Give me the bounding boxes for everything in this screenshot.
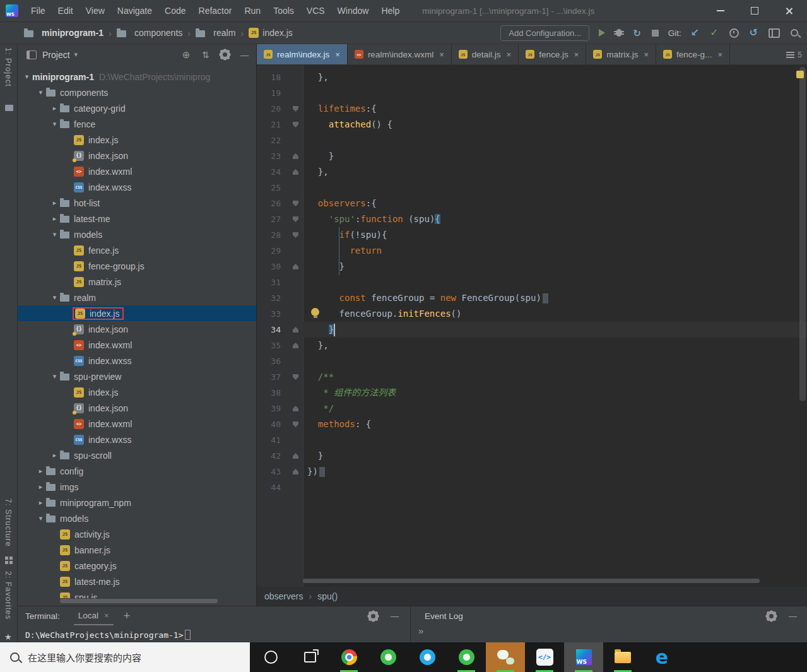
collapse-all-button[interactable]	[202, 50, 209, 60]
tree-item-index.wxml[interactable]: <>index.wxml	[18, 163, 256, 179]
tree-item-config[interactable]: ▸config	[18, 463, 256, 479]
taskbar-task-view[interactable]	[290, 642, 329, 672]
taskbar-app-blue[interactable]	[408, 642, 447, 672]
tab-detail.js[interactable]: JSdetail.js×	[452, 44, 519, 64]
tree-item-index.js[interactable]: JSindex.js	[18, 305, 256, 321]
editor-vscrollbar[interactable]	[799, 67, 806, 401]
menu-refactor[interactable]: Refactor	[192, 0, 239, 22]
code-line-25[interactable]: 25	[257, 180, 807, 196]
favorites-star-icon[interactable]	[4, 632, 12, 642]
tree-collapsed-arrow[interactable]: ▸	[49, 104, 60, 112]
code-line-27[interactable]: 27 'spu':function (spu){	[257, 211, 807, 227]
tool-window-project-button[interactable]: 1: Project	[4, 47, 13, 87]
menu-vcs[interactable]: VCS	[300, 0, 331, 22]
fold-marker-icon[interactable]	[293, 264, 298, 269]
hide-event-log-button[interactable]	[789, 610, 797, 622]
run-with-coverage-button[interactable]: ↻	[633, 28, 641, 38]
breadcrumb-observers[interactable]: observers	[264, 591, 303, 601]
breadcrumb-spu[interactable]: spu()	[317, 591, 338, 601]
tab-close-icon[interactable]: ×	[574, 50, 579, 59]
taskbar-wechat[interactable]	[486, 642, 525, 672]
menu-view[interactable]: View	[80, 0, 111, 22]
tree-item-index.js[interactable]: JSindex.js	[18, 384, 256, 400]
project-folder-mini-icon[interactable]	[5, 105, 13, 111]
tree-item-index.wxss[interactable]: CSSindex.wxss	[18, 179, 256, 195]
code-line-44[interactable]: 44	[257, 480, 807, 495]
tree-expanded-arrow[interactable]: ▾	[49, 293, 60, 302]
code-line-32[interactable]: 32 const fenceGroup = new FenceGroup(spu…	[257, 290, 807, 306]
code-line-20[interactable]: 20 lifetimes:{	[257, 101, 807, 117]
fold-marker-icon[interactable]	[293, 343, 298, 348]
tree-item-models[interactable]: ▾models	[18, 227, 256, 242]
tree-item-imgs[interactable]: ▸imgs	[18, 479, 256, 495]
taskbar-webstorm[interactable]	[564, 642, 603, 672]
minimize-button[interactable]	[716, 6, 725, 15]
taskbar-file-explorer[interactable]	[603, 642, 642, 672]
menu-help[interactable]: Help	[375, 0, 406, 22]
tree-collapsed-arrow[interactable]: ▸	[35, 483, 46, 491]
fold-marker-icon[interactable]	[293, 106, 298, 112]
code-line-43[interactable]: 43})	[257, 464, 807, 480]
tab-close-icon[interactable]: ×	[717, 50, 722, 59]
tree-item-index.json[interactable]: {}index.json	[18, 400, 256, 416]
fold-marker-icon[interactable]	[293, 122, 298, 127]
menu-tools[interactable]: Tools	[267, 0, 300, 22]
menu-run[interactable]: Run	[238, 0, 267, 22]
tree-collapsed-arrow[interactable]: ▸	[49, 199, 60, 207]
taskbar-search-input[interactable]: 在这里输入你要搜索的内容	[0, 642, 250, 672]
tree-item-category-grid[interactable]: ▸category-grid	[18, 100, 256, 116]
tab-realm-index.wxml[interactable]: <>realm\index.wxml×	[348, 44, 452, 64]
tree-item-index.wxss[interactable]: CSSindex.wxss	[18, 353, 256, 368]
fold-marker-icon[interactable]	[293, 421, 298, 427]
menu-navigate[interactable]: Navigate	[111, 0, 158, 22]
code-line-35[interactable]: 35 },	[257, 338, 807, 353]
fold-marker-icon[interactable]	[293, 374, 298, 380]
local-history-button[interactable]	[729, 28, 739, 38]
breadcrumb-index.js[interactable]: JSindex.js	[249, 28, 292, 38]
tab-matrix.js[interactable]: JSmatrix.js×	[586, 44, 656, 64]
tree-item-spu.js[interactable]: JSspu.js	[18, 589, 256, 598]
taskbar-cortana[interactable]	[251, 642, 290, 672]
taskbar-app-green-2[interactable]	[447, 642, 486, 672]
tree-item-spu-preview[interactable]: ▾spu-preview	[18, 368, 256, 384]
tree-expanded-arrow[interactable]: ▾	[49, 120, 60, 128]
tree-item-latest-me[interactable]: ▸latest-me	[18, 211, 256, 227]
tree-item-category.js[interactable]: JScategory.js	[18, 558, 256, 574]
project-settings-gear-icon[interactable]	[221, 51, 228, 58]
code-line-37[interactable]: 37 /**	[257, 369, 807, 385]
code-line-34[interactable]: 34 }	[257, 322, 807, 338]
tree-collapsed-arrow[interactable]: ▸	[35, 467, 46, 475]
editor-hscrollbar[interactable]	[303, 579, 760, 583]
tree-item-components[interactable]: ▾components	[18, 85, 256, 100]
structure-grid-icon[interactable]	[5, 557, 8, 560]
tab-close-icon[interactable]: ×	[644, 50, 649, 59]
run-button[interactable]	[599, 29, 605, 37]
tree-item-matrix.js[interactable]: JSmatrix.js	[18, 274, 256, 290]
tree-item-activity.js[interactable]: JSactivity.js	[18, 526, 256, 542]
close-button[interactable]	[784, 6, 793, 15]
tree-item-index.wxss[interactable]: CSSindex.wxss	[18, 432, 256, 447]
tree-expanded-arrow[interactable]: ▾	[21, 73, 32, 81]
code-line-42[interactable]: 42 }	[257, 448, 807, 464]
tree-item-fence-group.js[interactable]: JSfence-group.js	[18, 258, 256, 274]
fold-marker-icon[interactable]	[293, 327, 298, 333]
tab-close-icon[interactable]: ×	[439, 50, 444, 59]
tree-expanded-arrow[interactable]: ▾	[49, 372, 60, 380]
menu-window[interactable]: Window	[331, 0, 375, 22]
update-project-button[interactable]: ↙	[691, 28, 699, 38]
fold-marker-icon[interactable]	[293, 153, 298, 159]
search-everywhere-button[interactable]	[791, 29, 798, 37]
tree-item-index.wxml[interactable]: <>index.wxml	[18, 337, 256, 353]
tree-item-index.json[interactable]: {}index.json	[18, 321, 256, 337]
add-configuration-button[interactable]: Add Configuration...	[500, 25, 589, 41]
commit-button[interactable]: ✓	[710, 28, 718, 38]
rollback-button[interactable]: ↺	[750, 28, 758, 38]
changes-layout-button[interactable]	[769, 28, 780, 38]
tree-collapsed-arrow[interactable]: ▸	[49, 451, 60, 459]
breadcrumb-miniprogram-1[interactable]: miniprogram-1	[24, 28, 103, 38]
code-line-40[interactable]: 40 methods: {	[257, 416, 807, 432]
breadcrumb-components[interactable]: components	[117, 28, 182, 38]
code-line-36[interactable]: 36	[257, 353, 807, 369]
fold-marker-icon[interactable]	[293, 216, 298, 222]
maximize-button[interactable]	[750, 6, 759, 15]
